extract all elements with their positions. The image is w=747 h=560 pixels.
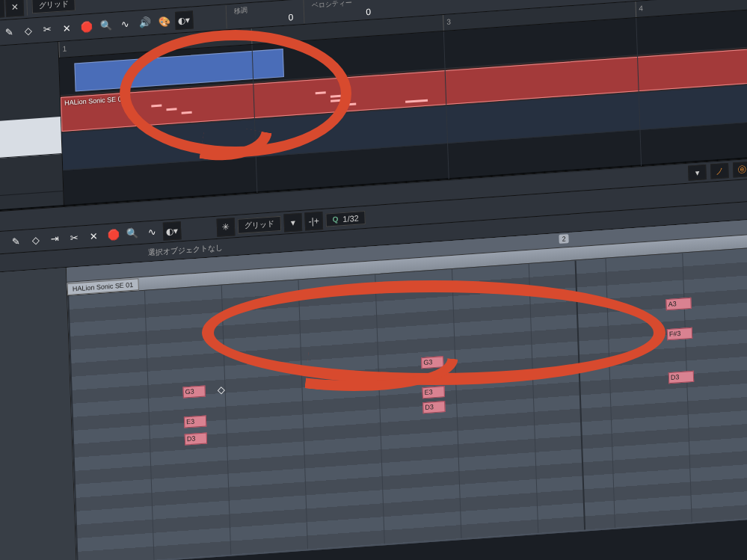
grid-label[interactable]: グリッド (31, 0, 76, 13)
trim-tool-icon[interactable]: ⇥ (46, 230, 64, 248)
dropdown-button[interactable]: ▾ (688, 164, 707, 181)
glue-tool-icon[interactable]: ✕ (85, 227, 102, 245)
color-tool-icon[interactable]: 🎨 (156, 13, 173, 31)
erase-cursor-icon: ◇ (212, 381, 230, 399)
draw-tool-icon[interactable]: ✎ (7, 233, 25, 250)
grid-label[interactable]: グリッド (238, 215, 282, 233)
scissors-tool-icon[interactable]: ✂ (66, 229, 83, 247)
nudge-button[interactable]: -|+ (304, 211, 323, 230)
auto-scroll-icon[interactable]: ⓔ (733, 161, 747, 178)
midi-note[interactable]: D3 (185, 432, 207, 445)
midi-note[interactable]: G3 (182, 385, 205, 398)
snap-crossing-icon[interactable]: ✕ (5, 0, 24, 16)
midi-note[interactable]: A3 (665, 298, 691, 310)
play-tool-icon[interactable]: 🔊 (136, 14, 153, 32)
mute-tool-icon[interactable]: 🛑 (78, 18, 95, 36)
snap-off-icon[interactable]: ノ (710, 163, 729, 179)
select-tool-icon[interactable]: ➤ (0, 234, 5, 252)
piano-roll-sidebar (0, 268, 77, 560)
draw-tool-icon[interactable]: ✎ (1, 23, 18, 41)
line-tool-icon[interactable]: ∿ (117, 15, 134, 33)
zoom-tool-icon[interactable]: 🔍 (124, 224, 141, 242)
snap-toggle-button[interactable]: ✳ (217, 218, 236, 237)
piano-roll-grid[interactable]: 2 HALion Sonic SE 01 G3 E3 (67, 214, 747, 560)
track-list: オフセット 0. 0. 0. 01 🔈 R W E 02 (0, 42, 64, 214)
mute-tool-icon[interactable]: 🛑 (105, 226, 122, 244)
midi-note[interactable]: G3 (421, 356, 443, 369)
line-tool-icon[interactable]: ∿ (144, 224, 161, 241)
zoom-tool-icon[interactable]: 🔍 (97, 16, 114, 34)
track-name: E 02 (0, 168, 58, 185)
erase-tool-icon[interactable]: ◇ (19, 22, 37, 40)
snap-button[interactable]: ⌖ (0, 0, 4, 18)
glue-tool-icon[interactable]: ✕ (58, 19, 76, 37)
midi-note[interactable]: F#3 (667, 327, 692, 340)
note-area[interactable]: G3 E3 D3 ◇ G3 E3 D3 A3 F#3 D3 (67, 242, 747, 560)
track-item[interactable]: E 02 (0, 154, 63, 200)
color-dropdown-button[interactable]: ◐▾ (175, 10, 194, 30)
midi-note[interactable]: D3 (422, 401, 445, 413)
scissors-tool-icon[interactable]: ✂ (39, 21, 56, 39)
transpose-field[interactable]: 移調 0 (226, 0, 301, 28)
midi-note[interactable]: E3 (184, 415, 206, 428)
no-selection-label: 選択オブジェクトなし (148, 242, 223, 258)
midi-note[interactable]: E3 (422, 386, 444, 399)
erase-tool-icon[interactable]: ◇ (27, 232, 44, 250)
piano-roll: 2 HALion Sonic SE 01 G3 E3 (0, 214, 747, 560)
grid-dropdown-button[interactable]: ▾ (283, 212, 302, 232)
quantize-field[interactable]: Q 1/32 (325, 210, 366, 227)
color-dropdown-button[interactable]: ◐▾ (163, 221, 182, 241)
midi-note[interactable]: D3 (668, 371, 694, 384)
